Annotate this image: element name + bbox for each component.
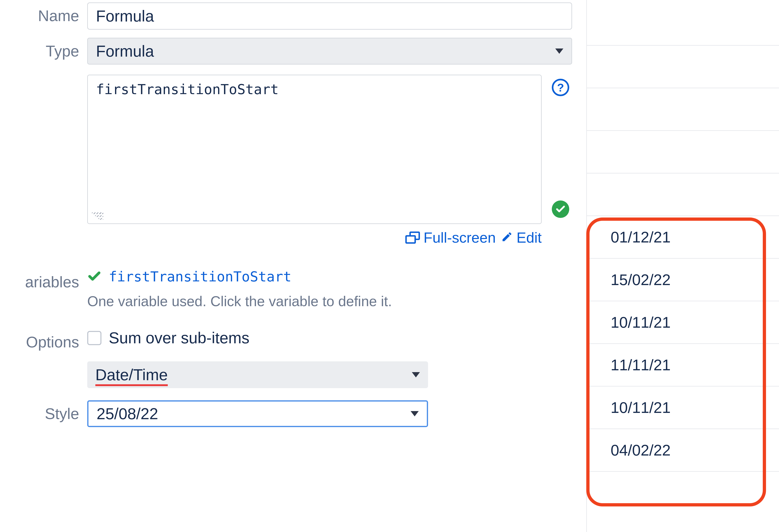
date-cell: 04/02/22 <box>586 429 779 472</box>
name-value: Formula <box>96 7 154 25</box>
name-label: Name <box>0 2 87 29</box>
type-label: Type <box>0 38 87 64</box>
datetime-dropdown[interactable]: Date/Time <box>87 361 428 388</box>
name-input[interactable]: Formula <box>87 2 572 29</box>
options-label: Options <box>0 329 87 355</box>
pencil-icon <box>501 229 513 246</box>
edit-link[interactable]: Edit <box>501 229 542 246</box>
valid-check-icon <box>552 200 569 218</box>
date-cell: 10/11/21 <box>586 301 779 344</box>
formula-text: firstTransitionToStart <box>96 81 279 98</box>
form-panel: Name Formula Type Formula firstTransitio… <box>0 0 576 427</box>
type-value: Formula <box>96 42 154 60</box>
date-cell: 15/02/22 <box>586 259 779 301</box>
variable-link[interactable]: firstTransitionToStart <box>109 269 292 285</box>
resize-grip-icon[interactable] <box>92 208 104 220</box>
formula-textarea[interactable]: firstTransitionToStart <box>87 75 542 224</box>
red-underline-annotation <box>95 384 168 386</box>
date-cell: 11/11/21 <box>586 344 779 387</box>
style-dropdown[interactable]: 25/08/22 <box>87 400 428 427</box>
fullscreen-icon <box>405 232 420 244</box>
style-value: 25/08/22 <box>97 405 158 423</box>
formula-link-bar: Full-screen Edit <box>87 224 542 246</box>
date-cell: 10/11/21 <box>586 387 779 429</box>
chevron-down-icon <box>555 49 563 54</box>
datetime-value: Date/Time <box>95 366 168 384</box>
edit-label: Edit <box>517 229 542 246</box>
fullscreen-link[interactable]: Full-screen <box>405 229 496 246</box>
variables-hint: One variable used. Click the variable to… <box>87 293 576 309</box>
sum-label: Sum over sub-items <box>109 329 249 347</box>
style-label: Style <box>0 400 87 427</box>
date-cell: 01/12/21 <box>586 216 779 259</box>
results-column: 01/12/21 15/02/22 10/11/21 11/11/21 10/1… <box>586 0 779 472</box>
chevron-down-icon <box>412 372 420 377</box>
help-icon[interactable]: ? <box>552 79 569 96</box>
fullscreen-label: Full-screen <box>424 229 496 246</box>
chevron-down-icon <box>411 411 419 416</box>
type-dropdown[interactable]: Formula <box>87 38 572 64</box>
variables-label: ariables <box>0 269 87 295</box>
check-icon <box>87 269 102 284</box>
sum-checkbox[interactable] <box>87 331 102 345</box>
